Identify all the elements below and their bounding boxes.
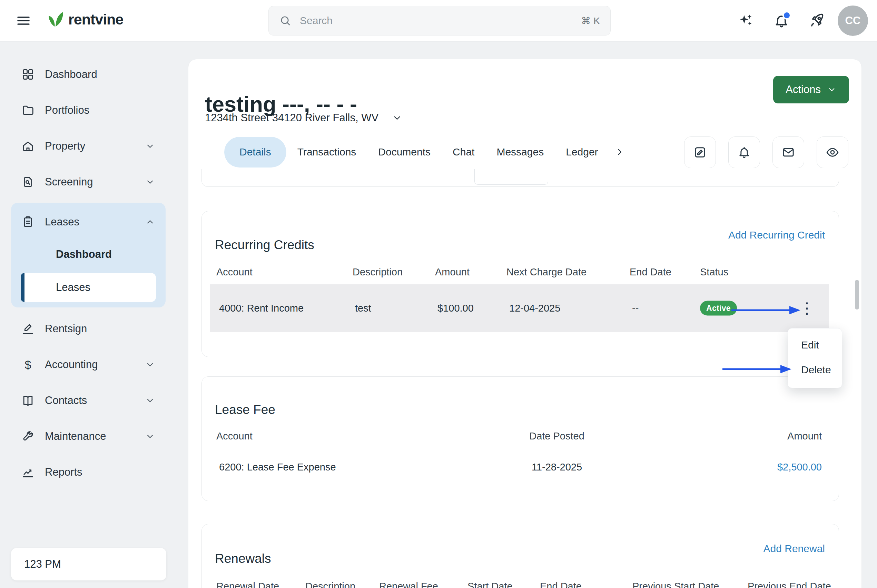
- screening-search-doc-icon: [21, 176, 35, 189]
- sidebar-item-maintenance[interactable]: Maintenance: [11, 418, 165, 454]
- sidebar-label: Portfolios: [45, 104, 89, 117]
- dollar-icon: $: [21, 358, 35, 372]
- sidebar-label: Property: [45, 140, 85, 152]
- section-title: Lease Fee: [215, 403, 275, 417]
- sidebar-item-reports[interactable]: Reports: [11, 454, 165, 490]
- add-renewal-link[interactable]: Add Renewal: [764, 543, 825, 555]
- sidebar-item-leases[interactable]: Leases: [11, 204, 165, 240]
- topbar: rentvine ⌘ K: [0, 0, 877, 42]
- tab-transactions[interactable]: Transactions: [286, 137, 367, 168]
- app-root: rentvine ⌘ K: [0, 0, 877, 588]
- tab-messages[interactable]: Messages: [486, 137, 555, 168]
- pencil-square-icon: [693, 146, 707, 159]
- ai-sparkle-icon[interactable]: [737, 12, 754, 29]
- hamburger-menu-icon[interactable]: [15, 12, 32, 29]
- cell-account: 6200: Lease Fee Expense: [219, 462, 336, 473]
- tab-chat[interactable]: Chat: [442, 137, 486, 168]
- add-recurring-credit-link[interactable]: Add Recurring Credit: [728, 229, 825, 241]
- section-title: Recurring Credits: [215, 238, 314, 252]
- bell-icon: [737, 146, 751, 159]
- cell-account: 4000: Rent Income: [219, 303, 304, 314]
- notification-dot: [782, 11, 791, 20]
- chart-icon: [21, 466, 35, 479]
- email-icon-button[interactable]: [772, 136, 804, 168]
- sidebar-subitem-leases-dashboard[interactable]: Dashboard: [21, 240, 156, 269]
- chevron-down-icon: [827, 85, 836, 94]
- col-header-account: Account: [216, 266, 253, 278]
- cell-description: test: [355, 303, 371, 314]
- col-header-end-date: End Date: [540, 581, 582, 588]
- col-header-account: Account: [216, 430, 253, 442]
- row-context-menu: Edit Delete: [788, 328, 842, 388]
- actions-button[interactable]: Actions: [773, 76, 849, 104]
- folder-icon: [21, 104, 35, 117]
- global-search: ⌘ K: [268, 6, 611, 36]
- cell-date-posted: 11-28-2025: [532, 462, 582, 473]
- sidebar-item-accounting[interactable]: $ Accounting: [11, 347, 165, 382]
- lease-detail-card: testing ---, -- - - Actions 1234th Stree…: [188, 59, 862, 588]
- notifications-bell-icon[interactable]: [773, 12, 790, 29]
- col-header-status: Status: [700, 266, 728, 278]
- sidebar-item-contacts[interactable]: Contacts: [11, 382, 165, 418]
- watch-icon-button[interactable]: [817, 136, 848, 168]
- col-header-amount: Amount: [435, 266, 469, 278]
- sidebar-item-rentsign[interactable]: Rentsign: [11, 311, 165, 347]
- tab-documents[interactable]: Documents: [367, 137, 442, 168]
- tab-details[interactable]: Details: [224, 137, 286, 168]
- col-header-renewal-fee: Renewal Fee: [379, 581, 438, 588]
- chevron-down-icon: [145, 431, 155, 441]
- cell-end-date: --: [632, 303, 639, 314]
- context-menu-edit[interactable]: Edit: [788, 334, 842, 356]
- lease-tabs: Details Transactions Documents Chat Mess…: [224, 136, 625, 168]
- chevron-down-icon: [145, 141, 155, 151]
- address-chevron-down-icon[interactable]: [391, 112, 403, 123]
- search-input[interactable]: [299, 15, 581, 27]
- section-title: Renewals: [215, 552, 271, 566]
- time-indicator-label: 123 PM: [24, 558, 61, 570]
- actions-button-label: Actions: [785, 83, 821, 96]
- sidebar-label: Maintenance: [45, 430, 106, 442]
- note-edit-icon-button[interactable]: [684, 136, 716, 168]
- sidebar-leases-group: Leases Dashboard Leases: [11, 202, 165, 308]
- book-icon: [21, 394, 35, 407]
- rentvine-logo-icon: [46, 10, 66, 29]
- sidebar-item-screening[interactable]: Screening: [11, 164, 165, 200]
- renewals-section: Renewals Add Renewal Renewal Date Descri…: [202, 524, 839, 588]
- sidebar-label: Dashboard: [45, 68, 97, 81]
- sidebar-subitem-leases-leases[interactable]: Leases: [21, 273, 156, 302]
- vertical-scrollbar-thumb[interactable]: [855, 280, 859, 309]
- avatar-initials: CC: [845, 15, 861, 27]
- sidebar-item-dashboard[interactable]: Dashboard: [11, 57, 165, 92]
- sidebar-label: Screening: [45, 176, 93, 188]
- clipboard-icon: [21, 215, 35, 228]
- signature-pen-icon: [21, 322, 35, 335]
- sidebar-label: Contacts: [45, 394, 87, 407]
- user-avatar[interactable]: CC: [838, 6, 868, 36]
- sidebar-label: Reports: [45, 466, 83, 478]
- tab-ledger[interactable]: Ledger: [555, 137, 609, 168]
- sidebar-sublabel: Dashboard: [56, 248, 112, 261]
- table-divider: [210, 448, 829, 448]
- tabs-overflow-chevron-right-icon[interactable]: [614, 147, 625, 158]
- sidebar: Dashboard Portfolios Property Screening: [0, 41, 179, 588]
- quick-actions-toolbar: [684, 136, 848, 168]
- whats-new-rocket-icon[interactable]: [809, 12, 825, 29]
- property-address-row: 1234th Street 34120 River Falls, WV: [205, 112, 403, 124]
- col-header-description: Description: [305, 581, 355, 588]
- eye-icon: [826, 146, 839, 159]
- context-menu-delete[interactable]: Delete: [788, 359, 842, 381]
- recurring-credits-section: Recurring Credits Add Recurring Credit A…: [202, 211, 839, 357]
- chevron-up-icon: [145, 217, 155, 227]
- sidebar-item-property[interactable]: Property: [11, 128, 165, 164]
- sidebar-sublabel: Leases: [56, 281, 90, 294]
- col-header-amount: Amount: [787, 430, 822, 442]
- rentvine-logo[interactable]: rentvine: [46, 10, 123, 29]
- cell-amount-link[interactable]: $2,500.00: [777, 462, 822, 473]
- sidebar-item-portfolios[interactable]: Portfolios: [11, 92, 165, 128]
- col-header-previous-end-date: Previous End Date: [748, 581, 831, 588]
- search-icon: [279, 15, 292, 27]
- chevron-down-icon: [145, 360, 155, 370]
- mail-icon: [781, 146, 795, 159]
- annotation-arrow-to-kebab: [731, 304, 801, 316]
- reminder-icon-button[interactable]: [728, 136, 760, 168]
